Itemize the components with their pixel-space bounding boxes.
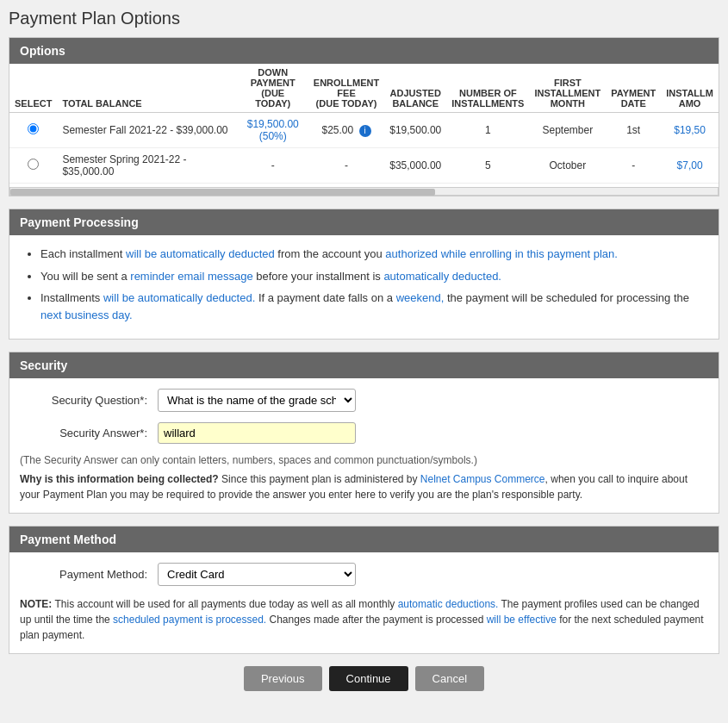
row2-installment-amount: $7,00 bbox=[661, 148, 719, 184]
options-table-wrapper: SELECT TOTAL BALANCE DOWNPAYMENT(DUE TOD… bbox=[9, 64, 719, 184]
payment-method-body: Payment Method: Credit Card Bank Account… bbox=[9, 552, 719, 653]
note-text: This account will be used for all paymen… bbox=[20, 598, 704, 641]
payment-method-select[interactable]: Credit Card Bank Account bbox=[158, 563, 356, 586]
row1-select[interactable] bbox=[9, 113, 57, 148]
row2-description: Semester Spring 2021-22 - $35,000.00 bbox=[57, 148, 237, 184]
row1-enrollment-fee: $25.00 i bbox=[308, 113, 384, 148]
highlight: automatically deducted. bbox=[383, 270, 501, 283]
security-question-label: Security Question*: bbox=[20, 394, 158, 407]
processing-list: Each installment will be automatically d… bbox=[20, 246, 708, 323]
col-select: SELECT bbox=[9, 64, 57, 113]
payment-method-header: Payment Method bbox=[9, 527, 719, 552]
highlight: authorized bbox=[385, 247, 438, 260]
security-section: Security Security Question*: What is the… bbox=[9, 352, 719, 514]
scheduled-highlight: scheduled payment is processed. bbox=[113, 614, 266, 626]
options-section: Options SELECT TOTAL BALANCE DOWNPAYMENT… bbox=[9, 37, 719, 196]
list-item: Installments will be automatically deduc… bbox=[40, 290, 708, 323]
nelnet-link[interactable]: Nelnet Campus Commerce bbox=[420, 473, 545, 485]
col-payment-date: PAYMENTDATE bbox=[606, 64, 661, 113]
payment-method-row: Payment Method: Credit Card Bank Account bbox=[20, 563, 708, 586]
page-title: Payment Plan Options bbox=[9, 9, 719, 28]
highlight: while enrolling in this payment plan. bbox=[441, 247, 618, 260]
row1-adjusted-balance: $19,500.00 bbox=[384, 113, 446, 148]
row2-enrollment-fee: - bbox=[308, 148, 384, 184]
footer-buttons: Previous Continue Cancel bbox=[9, 666, 719, 691]
row2-down-payment: - bbox=[238, 148, 308, 184]
security-question-select[interactable]: What is the name of the grade school yo … bbox=[158, 389, 356, 412]
security-answer-row: Security Answer*: bbox=[20, 422, 708, 444]
highlight: reminder email message bbox=[130, 270, 252, 283]
security-question-row: Security Question*: What is the name of … bbox=[20, 389, 708, 412]
row1-radio[interactable] bbox=[28, 123, 39, 134]
info-icon[interactable]: i bbox=[359, 125, 371, 137]
col-adjusted-balance: ADJUSTEDBALANCE bbox=[384, 64, 446, 113]
row2-payment-date: - bbox=[606, 148, 661, 184]
row1-down-payment: $19,500.00(50%) bbox=[238, 113, 308, 148]
row1-description: Semester Fall 2021-22 - $39,000.00 bbox=[57, 113, 237, 148]
security-answer-label: Security Answer*: bbox=[20, 427, 158, 439]
effective-highlight: will be effective bbox=[487, 614, 557, 626]
security-answer-input[interactable] bbox=[158, 422, 356, 444]
col-num-installments: NUMBER OFINSTALLMENTS bbox=[446, 64, 529, 113]
security-header: Security bbox=[9, 352, 719, 378]
previous-button[interactable]: Previous bbox=[244, 666, 322, 691]
continue-button[interactable]: Continue bbox=[329, 666, 408, 691]
security-why-label: Why is this information being collected? bbox=[20, 473, 219, 485]
options-header: Options bbox=[9, 38, 719, 64]
highlight: will be automatically deducted. bbox=[103, 291, 255, 304]
security-note: (The Security Answer can only contain le… bbox=[20, 454, 708, 466]
row2-num-installments: 5 bbox=[446, 148, 529, 184]
col-installment-amount: INSTALLMAMO bbox=[661, 64, 719, 113]
row1-first-month: September bbox=[529, 113, 606, 148]
table-row: Semester Spring 2021-22 - $35,000.00 - -… bbox=[9, 148, 719, 184]
highlight: will be automatically deducted bbox=[126, 247, 275, 260]
options-table: SELECT TOTAL BALANCE DOWNPAYMENT(DUE TOD… bbox=[9, 64, 719, 184]
row2-first-month: October bbox=[529, 148, 606, 184]
row2-radio[interactable] bbox=[28, 159, 39, 170]
highlight: next business day. bbox=[40, 309, 133, 321]
auto-deductions-highlight: automatic deductions. bbox=[398, 598, 499, 610]
payment-processing-body: Each installment will be automatically d… bbox=[9, 235, 719, 339]
payment-note: NOTE: This account will be used for all … bbox=[20, 596, 708, 643]
col-total-balance: TOTAL BALANCE bbox=[57, 64, 237, 113]
payment-processing-section: Payment Processing Each installment will… bbox=[9, 209, 719, 340]
row1-payment-date: 1st bbox=[606, 113, 661, 148]
row2-adjusted-balance: $35,000.00 bbox=[384, 148, 446, 184]
col-enrollment-fee: ENROLLMENTFEE(DUE TODAY) bbox=[308, 64, 384, 113]
payment-processing-header: Payment Processing bbox=[9, 209, 719, 235]
security-body: Security Question*: What is the name of … bbox=[9, 378, 719, 513]
cancel-button[interactable]: Cancel bbox=[415, 666, 484, 691]
payment-method-label: Payment Method: bbox=[20, 568, 158, 581]
payment-method-section: Payment Method Payment Method: Credit Ca… bbox=[9, 526, 719, 654]
table-scrollbar[interactable] bbox=[9, 187, 719, 196]
list-item: You will be sent a reminder email messag… bbox=[40, 268, 708, 285]
table-row: Semester Fall 2021-22 - $39,000.00 $19,5… bbox=[9, 113, 719, 148]
row2-select[interactable] bbox=[9, 148, 57, 184]
highlight: weekend, bbox=[396, 291, 445, 304]
security-why: Why is this information being collected?… bbox=[20, 471, 708, 502]
col-down-payment: DOWNPAYMENT(DUE TODAY) bbox=[238, 64, 308, 113]
col-first-month: FIRSTINSTALLMENTMONTH bbox=[529, 64, 606, 113]
note-prefix: NOTE: bbox=[20, 598, 52, 610]
list-item: Each installment will be automatically d… bbox=[40, 246, 708, 263]
row1-num-installments: 1 bbox=[446, 113, 529, 148]
security-why-intro: Since this payment plan is administered … bbox=[221, 473, 420, 485]
row1-installment-amount: $19,50 bbox=[661, 113, 719, 148]
